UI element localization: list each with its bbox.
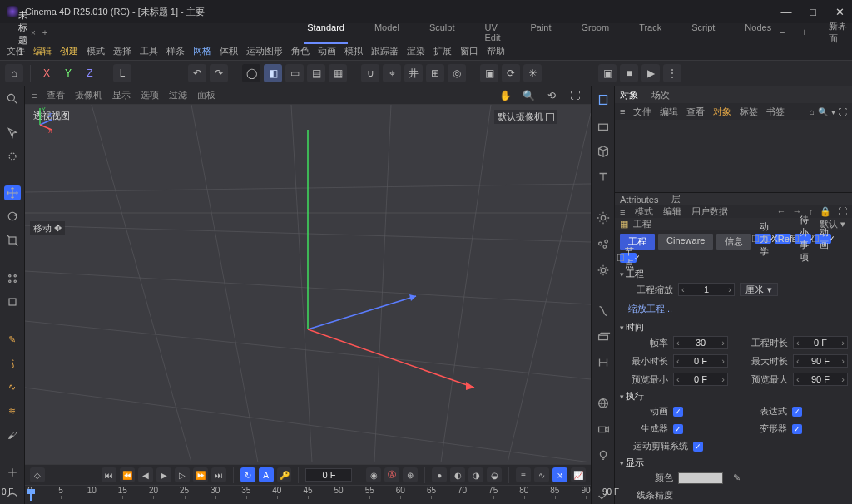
attr-mode[interactable]: 模式 (635, 205, 653, 218)
layout-script[interactable]: Script (688, 21, 718, 44)
menu-select[interactable]: 选择 (113, 45, 131, 57)
attr-tab-layers[interactable]: 层 (671, 193, 681, 205)
gear-icon[interactable] (595, 262, 612, 278)
tab-takes[interactable]: 场次 (651, 89, 670, 101)
tool-target-icon[interactable]: ◎ (448, 64, 466, 82)
camera2-icon[interactable] (595, 422, 612, 437)
tl-prevframe-icon[interactable]: ◀ (138, 467, 153, 482)
menu-tool[interactable]: 工具 (140, 45, 158, 57)
tool-workplane-icon[interactable]: ⊞ (426, 64, 444, 82)
spline-pen-icon[interactable]: ✎ (4, 333, 21, 348)
layout-nodes[interactable]: Nodes (741, 21, 775, 44)
window-maximize[interactable]: □ (807, 6, 819, 18)
text-icon[interactable] (595, 170, 612, 185)
tool-sphere-icon[interactable]: ◯ (242, 64, 260, 82)
menu-mesh[interactable]: 网格 (193, 45, 211, 57)
menu-char[interactable]: 角色 (291, 45, 310, 57)
live-select-icon[interactable] (4, 149, 21, 164)
scale-tool-icon[interactable] (4, 233, 21, 248)
menu-tracker[interactable]: 跟踪器 (371, 45, 399, 57)
edge-mode-icon[interactable] (4, 294, 21, 309)
deformer-icon[interactable] (595, 303, 612, 319)
minus-icon[interactable]: − (775, 23, 789, 42)
tool-cube-icon[interactable]: ◧ (264, 64, 282, 82)
view-menu-filter[interactable]: 过滤 (169, 89, 187, 101)
axis-lock-icon[interactable] (4, 465, 21, 480)
tab-objects[interactable]: 对象 (620, 89, 638, 101)
om-menu-book[interactable]: 书签 (766, 106, 785, 118)
menu-mode[interactable]: 模式 (87, 45, 105, 57)
tl-first-icon[interactable]: ⏮ (102, 467, 116, 482)
field-icon[interactable] (595, 329, 612, 344)
view-menu-hamburger[interactable]: ≡ (32, 91, 37, 101)
tl-last-icon[interactable]: ⏭ (211, 467, 226, 482)
view-menu-panel[interactable]: 面板 (197, 89, 215, 101)
axis-y-toggle[interactable]: Y (59, 64, 77, 82)
cube-icon[interactable] (595, 143, 612, 159)
subtab-xrefs[interactable]: XRefs (775, 234, 791, 244)
anim-checkbox[interactable] (673, 407, 683, 417)
layout-track[interactable]: Track (636, 21, 665, 44)
doc-tab-add[interactable]: + (42, 27, 47, 37)
menu-create[interactable]: 创建 (60, 45, 78, 57)
floor-icon[interactable] (595, 117, 612, 133)
layout-model[interactable]: Model (371, 21, 403, 44)
attr-user[interactable]: 用户数据 (691, 205, 728, 218)
menu-render[interactable]: 渲染 (407, 45, 425, 57)
tl-target-icon[interactable]: ⊕ (403, 467, 418, 482)
spline-sketch-icon[interactable]: ∿ (4, 380, 21, 395)
world-icon[interactable] (595, 395, 612, 411)
coord-toggle[interactable]: L (113, 64, 131, 82)
record-key-icon[interactable]: ◇ (30, 467, 45, 482)
om-menu-obj[interactable]: 对象 (713, 106, 731, 118)
om-tree-empty[interactable] (615, 120, 852, 192)
tool-snap-icon[interactable]: ⌖ (383, 64, 401, 82)
spline-smooth-icon[interactable]: ≋ (4, 403, 21, 418)
playhead[interactable] (30, 494, 32, 501)
tool-sun-icon[interactable]: ☀ (523, 64, 542, 82)
view-hand-icon[interactable]: ✋ (496, 86, 514, 105)
attr-config-icon[interactable]: ⛶ (838, 206, 847, 217)
section-exec[interactable]: 执行 (615, 390, 852, 403)
tl-dope-icon[interactable]: ≡ (516, 467, 531, 482)
scale-unit[interactable]: 厘米 ▾ (740, 283, 778, 296)
tl-play-icon[interactable]: ▶ (156, 467, 171, 482)
view-rotate-icon[interactable]: ⟲ (542, 86, 561, 105)
menu-win[interactable]: 窗口 (460, 45, 478, 57)
subtab-nodes[interactable]: 节点 (620, 253, 637, 263)
render-settings-icon[interactable]: ■ (620, 64, 638, 82)
subtab-todo[interactable]: 待办事项 (795, 234, 811, 244)
view-menu-camera[interactable]: 摄像机 (75, 89, 102, 101)
view-max-icon[interactable]: ⛶ (566, 86, 584, 105)
tl-shuffle-icon[interactable]: ⤭ (552, 467, 567, 482)
fps-field[interactable]: 30 (673, 336, 728, 349)
camera-edit-icon[interactable] (546, 113, 554, 121)
tool-grid-icon[interactable]: 井 (404, 64, 423, 82)
layout-groom[interactable]: Groom (578, 21, 613, 44)
project-time-field[interactable]: 0 F (793, 336, 848, 349)
gen-checkbox[interactable] (673, 424, 683, 434)
tl-fcurve-icon[interactable]: ∿ (534, 467, 549, 482)
tl-prevkey-icon[interactable]: ⏪ (120, 467, 135, 482)
menu-ext[interactable]: 扩展 (433, 45, 452, 57)
layout-paint[interactable]: Paint (527, 21, 554, 44)
tool-magnet-icon[interactable]: ∪ (361, 64, 379, 82)
tl-key-icon[interactable]: 🔑 (277, 467, 292, 482)
view-menu-option[interactable]: 选项 (141, 89, 159, 101)
tl-pos-key-icon[interactable]: ● (432, 467, 447, 482)
menu-sim[interactable]: 模拟 (344, 45, 363, 57)
subtab-cineware[interactable]: Cineware (658, 234, 713, 250)
tl-A-icon[interactable]: Ⓐ (384, 467, 399, 482)
render-queue-icon[interactable]: ⋮ (663, 64, 681, 82)
expr-checkbox[interactable] (792, 407, 802, 417)
tl-loop-icon[interactable]: ↻ (240, 467, 255, 482)
om-menu-view[interactable]: 查看 (686, 106, 705, 118)
view-menu-display[interactable]: 显示 (112, 89, 131, 101)
lock-icon[interactable]: 🔒 (820, 206, 831, 217)
preview-min-field[interactable]: 0 F (673, 373, 728, 386)
om-menu-tag[interactable]: 标签 (740, 106, 758, 118)
doc-tab-close[interactable]: × (31, 28, 36, 37)
vertex-mode-icon[interactable] (4, 270, 21, 285)
mograph-icon[interactable] (595, 236, 612, 252)
tool-redo-icon[interactable]: ↷ (210, 64, 228, 82)
